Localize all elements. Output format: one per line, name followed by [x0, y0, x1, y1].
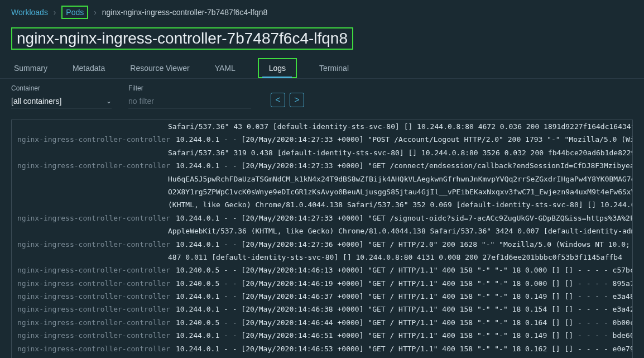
log-source: nginx-ingress-controller-controller	[12, 159, 176, 172]
logs-container[interactable]: Safari/537.36" 43 0.037 [default-identit…	[11, 120, 633, 358]
nav-buttons: < >	[271, 93, 304, 107]
log-source	[12, 146, 168, 159]
log-message: 10.244.0.1 - - [20/May/2020:14:46:51 +00…	[176, 329, 632, 342]
page-title: nginx-nginx-ingress-controller-7b7487f6c…	[11, 27, 353, 50]
log-source: nginx-ingress-controller-controller	[12, 329, 176, 342]
container-label: Container	[11, 84, 112, 92]
filter-row: Container [all containers] ⌄ Filter < >	[0, 79, 644, 114]
log-row: Safari/537.36" 319 0.438 [default-identi…	[12, 146, 632, 159]
log-source	[12, 173, 168, 185]
log-row: nginx-ingress-controller-controller10.24…	[12, 238, 632, 251]
log-message: 487 0.011 [default-identity-sts-svc-80] …	[168, 251, 622, 264]
log-message: (KHTML, like Gecko) Chrome/81.0.4044.138…	[168, 198, 632, 211]
log-message: 10.244.0.1 - - [20/May/2020:14:46:53 +00…	[176, 342, 632, 355]
tab-metadata[interactable]: Metadata	[70, 58, 108, 78]
prev-button[interactable]: <	[271, 93, 285, 107]
log-message: Safari/537.36" 43 0.037 [default-identit…	[168, 120, 632, 133]
log-row: nginx-ingress-controller-controller10.24…	[12, 303, 632, 316]
log-source	[12, 225, 168, 237]
log-message: 10.244.0.1 - - [20/May/2020:14:47:00 +00…	[176, 355, 632, 358]
log-row: nginx-ingress-controller-controller10.24…	[12, 290, 632, 303]
tab-logs[interactable]: Logs	[258, 58, 297, 78]
log-message: 10.240.0.5 - - [20/May/2020:14:46:44 +00…	[176, 316, 632, 329]
log-row: 487 0.011 [default-identity-sts-svc-80] …	[12, 251, 632, 264]
chevron-down-icon: ⌄	[106, 97, 112, 105]
log-row: nginx-ingress-controller-controller10.24…	[12, 264, 632, 276]
log-message: 10.244.0.1 - - [20/May/2020:14:27:33 +00…	[176, 159, 632, 172]
log-message: AppleWebKit/537.36 (KHTML, like Gecko) C…	[168, 225, 632, 237]
log-source: nginx-ingress-controller-controller	[12, 264, 176, 276]
filter-label: Filter	[128, 84, 251, 92]
tab-summary[interactable]: Summary	[11, 58, 50, 78]
log-row: nginx-ingress-controller-controller10.24…	[12, 277, 632, 290]
log-source: nginx-ingress-controller-controller	[12, 355, 176, 358]
filter-text-group: Filter	[128, 84, 251, 108]
container-select-value: [all containers]	[11, 97, 61, 106]
log-row: nginx-ingress-controller-controller10.24…	[12, 342, 632, 355]
breadcrumb-current: nginx-nginx-ingress-controller-7b7487f6c…	[102, 8, 268, 17]
log-message: 10.244.0.1 - - [20/May/2020:14:27:36 +00…	[176, 238, 632, 251]
log-row: nginx-ingress-controller-controller10.24…	[12, 329, 632, 342]
log-message: O2X8Y1rg5ZPWpC1vcK0sWnye9eDIcGR1zKsAvyo0…	[168, 185, 632, 198]
tab-yaml[interactable]: YAML	[212, 58, 238, 78]
log-source: nginx-ingress-controller-controller	[12, 290, 176, 303]
log-source	[12, 198, 168, 211]
log-row: O2X8Y1rg5ZPWpC1vcK0sWnye9eDIcGR1zKsAvyo0…	[12, 185, 632, 198]
filter-input[interactable]	[128, 94, 251, 108]
log-message: 10.244.0.1 - - [20/May/2020:14:27:33 +00…	[176, 133, 632, 146]
log-source	[12, 185, 168, 198]
log-message: 10.244.0.1 - - [20/May/2020:14:46:38 +00…	[176, 303, 632, 316]
breadcrumb: Workloads › Pods › nginx-nginx-ingress-c…	[0, 0, 644, 25]
log-source: nginx-ingress-controller-controller	[12, 133, 176, 146]
log-row: nginx-ingress-controller-controller10.24…	[12, 316, 632, 329]
log-row: AppleWebKit/537.36 (KHTML, like Gecko) C…	[12, 225, 632, 237]
container-select[interactable]: [all containers] ⌄	[11, 94, 112, 108]
log-source: nginx-ingress-controller-controller	[12, 303, 176, 316]
log-source: nginx-ingress-controller-controller	[12, 277, 176, 290]
log-source: nginx-ingress-controller-controller	[12, 212, 176, 225]
log-message: 10.244.0.1 - - [20/May/2020:14:46:37 +00…	[176, 290, 632, 303]
container-filter-group: Container [all containers] ⌄	[11, 84, 112, 108]
log-row: Hu6qEA5J5pwRchFDaUzaTSGmNdCM_k1kN4x24T9d…	[12, 173, 632, 185]
log-source	[12, 251, 168, 264]
next-button[interactable]: >	[290, 93, 304, 107]
log-row: nginx-ingress-controller-controller10.24…	[12, 212, 632, 225]
log-message: 10.244.0.1 - - [20/May/2020:14:27:33 +00…	[176, 212, 632, 225]
breadcrumb-pods[interactable]: Pods	[66, 8, 84, 17]
tab-terminal[interactable]: Terminal	[316, 58, 352, 78]
log-message: Safari/537.36" 319 0.438 [default-identi…	[168, 146, 632, 159]
tabs: Summary Metadata Resource Viewer YAML Lo…	[0, 58, 644, 79]
log-source: nginx-ingress-controller-controller	[12, 238, 176, 251]
log-row: nginx-ingress-controller-controller10.24…	[12, 133, 632, 146]
log-source: nginx-ingress-controller-controller	[12, 342, 176, 355]
breadcrumb-separator: ›	[94, 8, 97, 17]
log-row: nginx-ingress-controller-controller10.24…	[12, 159, 632, 172]
log-message: 10.240.0.5 - - [20/May/2020:14:46:19 +00…	[176, 277, 632, 290]
log-row: Safari/537.36" 43 0.037 [default-identit…	[12, 120, 632, 133]
tab-resource-viewer[interactable]: Resource Viewer	[127, 58, 192, 78]
breadcrumb-separator: ›	[54, 8, 56, 17]
log-row: (KHTML, like Gecko) Chrome/81.0.4044.138…	[12, 198, 632, 211]
page-title-container: nginx-nginx-ingress-controller-7b7487f6c…	[0, 25, 644, 58]
log-source	[12, 120, 168, 133]
log-message: 10.240.0.5 - - [20/May/2020:14:46:13 +00…	[176, 264, 632, 276]
log-source: nginx-ingress-controller-controller	[12, 316, 176, 329]
log-message: Hu6qEA5J5pwRchFDaUzaTSGmNdCM_k1kN4x24T9d…	[168, 173, 632, 185]
log-row: nginx-ingress-controller-controller10.24…	[12, 355, 632, 358]
breadcrumb-workloads[interactable]: Workloads	[11, 8, 48, 17]
